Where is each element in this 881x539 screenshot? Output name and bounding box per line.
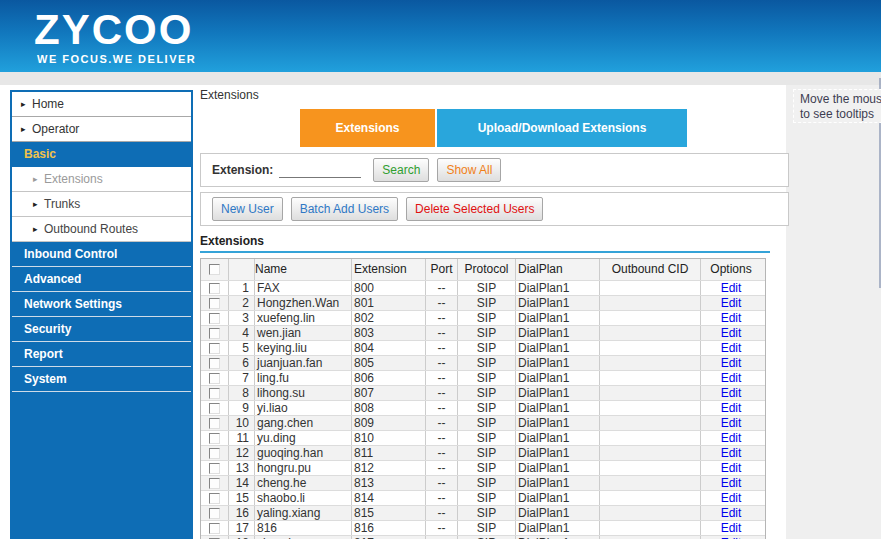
cell-dialplan: DialPlan1 [516, 431, 600, 445]
cell-name: xuefeng.lin [255, 311, 352, 325]
row-checkbox[interactable] [209, 283, 220, 294]
row-checkbox-cell [201, 371, 229, 385]
row-checkbox[interactable] [209, 298, 220, 309]
select-all-cell [201, 259, 229, 280]
edit-link[interactable]: Edit [721, 431, 742, 445]
header-port: Port [426, 259, 458, 280]
edit-link[interactable]: Edit [721, 326, 742, 340]
row-checkbox[interactable] [209, 343, 220, 354]
cell-outbound-cid [600, 491, 701, 505]
page-title: Extensions [200, 88, 259, 102]
edit-link[interactable]: Edit [721, 341, 742, 355]
show-all-button[interactable]: Show All [437, 158, 501, 182]
sidebar-item-label: Outbound Routes [44, 222, 138, 236]
edit-link[interactable]: Edit [721, 446, 742, 460]
cell-options: Edit [701, 401, 761, 415]
cell-protocol: SIP [458, 431, 516, 445]
row-checkbox[interactable] [209, 358, 220, 369]
batch-add-users-button[interactable]: Batch Add Users [291, 197, 398, 221]
sidebar-item-home[interactable]: ▸Home [12, 92, 191, 117]
row-checkbox-cell [201, 311, 229, 325]
sidebar-item-advanced[interactable]: Advanced [12, 267, 191, 292]
row-index: 4 [229, 326, 255, 340]
edit-link[interactable]: Edit [721, 506, 742, 520]
table-row: 15shaobo.li814--SIPDialPlan1Edit [201, 491, 765, 506]
cell-outbound-cid [600, 461, 701, 475]
cell-options: Edit [701, 326, 761, 340]
row-checkbox[interactable] [209, 388, 220, 399]
search-button[interactable]: Search [373, 158, 429, 182]
edit-link[interactable]: Edit [721, 416, 742, 430]
cell-extension: 807 [352, 386, 426, 400]
cell-name: FAX [255, 281, 352, 295]
cell-name: lihong.su [255, 386, 352, 400]
tab-upload-download-extensions[interactable]: Upload/Download Extensions [437, 109, 687, 147]
select-all-checkbox[interactable] [209, 264, 220, 275]
tooltip-hint-line2: to see tooltips [800, 107, 881, 122]
edit-link[interactable]: Edit [721, 281, 742, 295]
row-checkbox[interactable] [209, 478, 220, 489]
delete-selected-users-button[interactable]: Delete Selected Users [406, 197, 543, 221]
sidebar-item-network-settings[interactable]: Network Settings [12, 292, 191, 317]
section-title-underline [200, 251, 770, 253]
sidebar-item-inbound-control[interactable]: Inbound Control [12, 242, 191, 267]
edit-link[interactable]: Edit [721, 401, 742, 415]
edit-link[interactable]: Edit [721, 521, 742, 535]
sidebar-item-extensions[interactable]: ▸Extensions [12, 167, 191, 192]
row-checkbox[interactable] [209, 493, 220, 504]
edit-link[interactable]: Edit [721, 371, 742, 385]
sidebar-item-label: Advanced [24, 272, 81, 286]
cell-extension: 801 [352, 296, 426, 310]
row-checkbox[interactable] [209, 508, 220, 519]
sidebar-item-report[interactable]: Report [12, 342, 191, 367]
sidebar-item-trunks[interactable]: ▸Trunks [12, 192, 191, 217]
row-checkbox-cell [201, 356, 229, 370]
edit-link[interactable]: Edit [721, 386, 742, 400]
row-checkbox-cell [201, 446, 229, 460]
new-user-button[interactable]: New User [212, 197, 283, 221]
cell-port: -- [426, 506, 458, 520]
cell-extension: 816 [352, 521, 426, 535]
row-index: 16 [229, 506, 255, 520]
table-header-row: Name Extension Port Protocol DialPlan Ou… [201, 259, 765, 281]
row-checkbox[interactable] [209, 433, 220, 444]
cell-port: -- [426, 356, 458, 370]
sidebar-item-outbound-routes[interactable]: ▸Outbound Routes [12, 217, 191, 242]
row-checkbox[interactable] [209, 463, 220, 474]
sidebar-item-system[interactable]: System [12, 367, 191, 392]
cell-name: yaling.xiang [255, 506, 352, 520]
edit-link[interactable]: Edit [721, 296, 742, 310]
row-checkbox[interactable] [209, 313, 220, 324]
cell-options: Edit [701, 461, 761, 475]
row-checkbox[interactable] [209, 328, 220, 339]
header-name: Name [255, 259, 352, 280]
tab-extensions[interactable]: Extensions [300, 109, 435, 147]
edit-link[interactable]: Edit [721, 476, 742, 490]
row-checkbox[interactable] [209, 448, 220, 459]
row-checkbox[interactable] [209, 403, 220, 414]
cell-outbound-cid [600, 326, 701, 340]
sidebar-item-label: Operator [32, 122, 79, 136]
row-checkbox[interactable] [209, 523, 220, 534]
cell-protocol: SIP [458, 506, 516, 520]
sidebar-item-operator[interactable]: ▸Operator [12, 117, 191, 142]
cell-options: Edit [701, 446, 761, 460]
sidebar-item-security[interactable]: Security [12, 317, 191, 342]
table-row: 11yu.ding810--SIPDialPlan1Edit [201, 431, 765, 446]
cell-outbound-cid [600, 416, 701, 430]
edit-link[interactable]: Edit [721, 491, 742, 505]
row-checkbox[interactable] [209, 418, 220, 429]
cell-protocol: SIP [458, 401, 516, 415]
row-checkbox[interactable] [209, 373, 220, 384]
edit-link[interactable]: Edit [721, 311, 742, 325]
edit-link[interactable]: Edit [721, 461, 742, 475]
sidebar-item-label: Extensions [44, 172, 103, 186]
cell-outbound-cid [600, 386, 701, 400]
extension-search-input[interactable] [279, 163, 361, 178]
sidebar-item-basic[interactable]: Basic [12, 142, 191, 167]
chevron-right-icon: ▸ [21, 92, 26, 117]
header-extension: Extension [352, 259, 426, 280]
edit-link[interactable]: Edit [721, 356, 742, 370]
tooltip-hint-box: Move the mouse to see tooltips [793, 89, 881, 123]
row-checkbox-cell [201, 461, 229, 475]
